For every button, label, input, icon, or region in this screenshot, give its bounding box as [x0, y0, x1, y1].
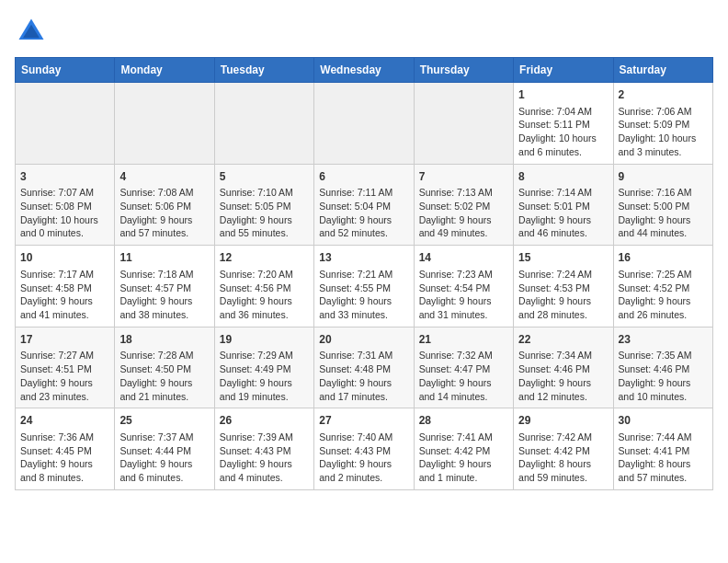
day-number: 18	[119, 332, 209, 348]
day-info: Sunrise: 7:11 AM	[319, 186, 408, 200]
day-info: and 17 minutes.	[319, 390, 408, 404]
day-info: Sunrise: 7:18 AM	[119, 268, 209, 282]
day-info: Sunset: 5:08 PM	[20, 200, 109, 213]
day-info: Daylight: 10 hours	[619, 132, 708, 145]
day-info: and 0 minutes.	[20, 226, 109, 240]
day-info: Sunrise: 7:36 AM	[20, 431, 109, 444]
day-info: Sunrise: 7:32 AM	[419, 349, 508, 362]
day-info: Daylight: 9 hours	[119, 376, 209, 390]
day-number: 7	[419, 169, 508, 185]
day-info: Sunrise: 7:44 AM	[619, 431, 708, 444]
day-info: Sunrise: 7:28 AM	[119, 349, 209, 362]
day-header-friday: Friday	[514, 58, 613, 83]
day-info: Sunrise: 7:17 AM	[20, 268, 109, 282]
day-info: Daylight: 9 hours	[518, 294, 608, 308]
day-number: 14	[419, 250, 508, 266]
day-number: 20	[319, 332, 408, 348]
calendar-day-cell: 25Sunrise: 7:37 AMSunset: 4:44 PMDayligh…	[115, 408, 214, 490]
day-number: 8	[518, 169, 608, 185]
day-info: Daylight: 9 hours	[619, 213, 708, 227]
calendar-day-cell: 8Sunrise: 7:14 AMSunset: 5:01 PMDaylight…	[514, 164, 613, 246]
day-info: and 41 minutes.	[20, 308, 109, 322]
day-info: Sunrise: 7:04 AM	[518, 105, 608, 119]
day-info: Sunrise: 7:25 AM	[619, 268, 708, 282]
day-info: Sunset: 4:55 PM	[319, 282, 408, 295]
day-info: Sunrise: 7:21 AM	[319, 268, 408, 282]
day-info: and 38 minutes.	[119, 308, 209, 322]
day-info: and 12 minutes.	[518, 390, 608, 404]
day-info: and 8 minutes.	[20, 471, 109, 485]
day-info: and 14 minutes.	[419, 390, 508, 404]
day-info: and 26 minutes.	[619, 308, 708, 322]
calendar-day-cell: 26Sunrise: 7:39 AMSunset: 4:43 PMDayligh…	[214, 408, 313, 490]
calendar-week-row: 3Sunrise: 7:07 AMSunset: 5:08 PMDaylight…	[16, 164, 713, 246]
day-number: 11	[119, 250, 209, 266]
day-info: Daylight: 9 hours	[419, 213, 508, 227]
day-info: Daylight: 9 hours	[619, 376, 708, 390]
day-header-thursday: Thursday	[414, 58, 513, 83]
calendar-day-cell: 14Sunrise: 7:23 AMSunset: 4:54 PMDayligh…	[414, 246, 513, 327]
calendar-day-cell: 21Sunrise: 7:32 AMSunset: 4:47 PMDayligh…	[414, 327, 513, 408]
day-number: 21	[419, 332, 508, 348]
day-number: 28	[419, 413, 508, 429]
day-info: Daylight: 9 hours	[419, 457, 508, 471]
day-info: Sunrise: 7:14 AM	[518, 186, 608, 200]
day-info: Sunset: 4:49 PM	[220, 362, 309, 376]
day-info: and 23 minutes.	[20, 390, 109, 404]
calendar-day-cell	[214, 83, 313, 165]
day-info: Daylight: 9 hours	[319, 376, 408, 390]
day-info: Sunrise: 7:13 AM	[419, 186, 508, 200]
calendar-day-cell: 30Sunrise: 7:44 AMSunset: 4:41 PMDayligh…	[613, 408, 712, 490]
day-info: Daylight: 10 hours	[20, 213, 109, 227]
day-header-wednesday: Wednesday	[314, 58, 414, 83]
day-info: Sunset: 4:47 PM	[419, 362, 508, 376]
day-info: Daylight: 9 hours	[220, 376, 309, 390]
day-header-sunday: Sunday	[16, 58, 115, 83]
day-info: and 46 minutes.	[518, 226, 608, 240]
day-number: 17	[20, 332, 109, 348]
day-info: and 10 minutes.	[619, 390, 708, 404]
day-info: Sunset: 4:58 PM	[20, 282, 109, 295]
day-header-monday: Monday	[115, 58, 214, 83]
calendar-day-cell	[115, 83, 214, 165]
day-info: Sunrise: 7:35 AM	[619, 349, 708, 362]
day-info: and 49 minutes.	[419, 226, 508, 240]
day-info: and 59 minutes.	[518, 471, 608, 485]
day-header-saturday: Saturday	[613, 58, 712, 83]
header	[15, 15, 713, 48]
calendar-day-cell	[414, 83, 513, 165]
day-info: Sunset: 4:48 PM	[319, 362, 408, 376]
day-info: Daylight: 9 hours	[419, 294, 508, 308]
calendar-day-cell	[314, 83, 414, 165]
calendar-week-row: 17Sunrise: 7:27 AMSunset: 4:51 PMDayligh…	[16, 327, 713, 408]
day-info: Sunset: 4:46 PM	[619, 362, 708, 376]
day-info: Sunset: 5:09 PM	[619, 118, 708, 132]
logo	[15, 15, 51, 48]
day-info: Daylight: 9 hours	[20, 457, 109, 471]
day-info: Sunset: 4:52 PM	[619, 282, 708, 295]
calendar-day-cell: 23Sunrise: 7:35 AMSunset: 4:46 PMDayligh…	[613, 327, 712, 408]
day-info: Daylight: 8 hours	[619, 457, 708, 471]
day-number: 4	[119, 169, 209, 185]
day-info: Daylight: 9 hours	[619, 294, 708, 308]
day-info: and 55 minutes.	[220, 226, 309, 240]
day-info: Sunrise: 7:37 AM	[119, 431, 209, 444]
day-number: 13	[319, 250, 408, 266]
day-info: Sunrise: 7:29 AM	[220, 349, 309, 362]
calendar-day-cell: 7Sunrise: 7:13 AMSunset: 5:02 PMDaylight…	[414, 164, 513, 246]
day-info: Sunset: 4:51 PM	[20, 362, 109, 376]
day-number: 30	[619, 413, 708, 429]
day-info: Sunset: 5:11 PM	[518, 118, 608, 132]
day-info: Sunset: 4:56 PM	[220, 282, 309, 295]
calendar-day-cell	[16, 83, 115, 165]
calendar-day-cell: 9Sunrise: 7:16 AMSunset: 5:00 PMDaylight…	[613, 164, 712, 246]
day-number: 23	[619, 332, 708, 348]
day-info: Sunrise: 7:06 AM	[619, 105, 708, 119]
logo-icon	[15, 15, 48, 48]
day-info: Sunrise: 7:23 AM	[419, 268, 508, 282]
day-info: Daylight: 9 hours	[220, 213, 309, 227]
calendar-day-cell: 27Sunrise: 7:40 AMSunset: 4:43 PMDayligh…	[314, 408, 414, 490]
day-number: 15	[518, 250, 608, 266]
day-info: Sunrise: 7:10 AM	[220, 186, 309, 200]
day-number: 29	[518, 413, 608, 429]
